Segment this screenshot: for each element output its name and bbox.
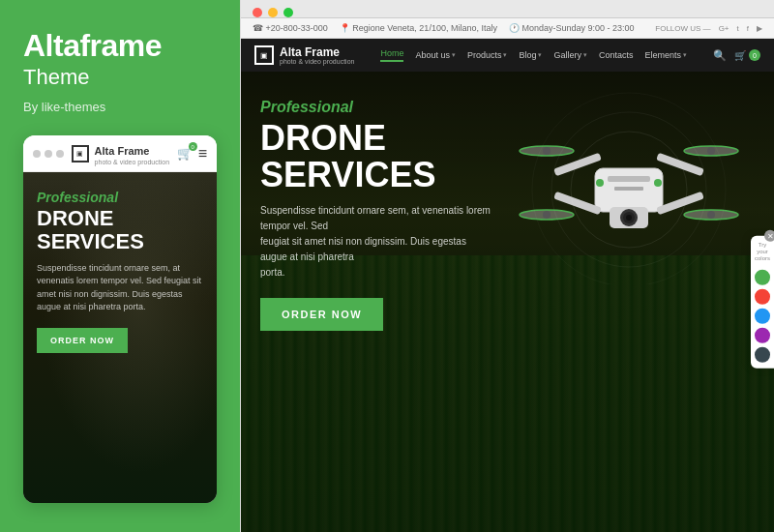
mobile-hero-content: Professional DRONE SERVICES Suspendisse … <box>37 190 203 352</box>
theme-title: Altaframe <box>23 29 217 63</box>
nav-item-products[interactable]: Products ▾ <box>467 50 508 60</box>
site-desc-line1: Suspendisse tincidunt ornare sem, at ven… <box>260 205 491 231</box>
svg-point-12 <box>707 147 715 155</box>
mobile-logo-sub: photo & video production <box>95 159 169 165</box>
site-desc-line2: feugiat sit amet nisi non dignissim. Dui… <box>260 236 466 262</box>
swatch-purple[interactable] <box>755 327 770 342</box>
svg-point-16 <box>707 211 715 219</box>
site-description: Suspendisse tincidunt ornare sem, at ven… <box>260 203 492 281</box>
site-logo-main: Alta Frame <box>280 46 354 58</box>
mobile-logo-wrap: Alta Frame photo & video production <box>95 141 169 165</box>
drone-svg <box>503 91 755 284</box>
site-nav-logo: ▣ Alta Frame photo & video production <box>254 45 354 65</box>
mobile-logo-icon: ▣ <box>72 145 89 163</box>
svg-rect-5 <box>553 153 602 177</box>
nav-item-elements[interactable]: Elements ▾ <box>645 50 688 60</box>
swatch-blue[interactable] <box>755 308 770 323</box>
swatches-close-button[interactable]: ✕ <box>764 230 774 242</box>
drone-illustration <box>503 91 755 284</box>
nav-item-blog[interactable]: Blog ▾ <box>519 50 542 60</box>
mobile-hero: Professional DRONE SERVICES Suspendisse … <box>23 172 217 503</box>
mobile-description: Suspendisse tincidunt ornare sem, at ven… <box>37 262 203 314</box>
mobile-drone-line1: DRONE <box>37 207 203 230</box>
cart-badge: 0 <box>749 49 760 61</box>
website-preview: ☎ +20-800-33-000 📍 Regione Veneta, 21/10… <box>241 18 774 532</box>
google-plus-icon[interactable]: G+ <box>719 24 729 33</box>
mobile-cart-badge: 0 <box>189 142 197 151</box>
svg-rect-18 <box>614 187 643 191</box>
mobile-dots <box>33 150 64 158</box>
svg-point-4 <box>626 215 632 221</box>
svg-point-14 <box>543 211 551 219</box>
theme-subtitle: Theme <box>23 65 217 90</box>
swatch-green[interactable] <box>755 269 770 284</box>
social-icon-3[interactable]: ▶ <box>757 24 762 33</box>
svg-point-19 <box>596 179 604 187</box>
search-icon[interactable]: 🔍 <box>713 49 727 62</box>
mobile-drone-title: DRONE SERVICES <box>37 207 203 253</box>
site-address: 📍 Regione Veneta, 21/100, Milano, Italy <box>340 23 497 33</box>
nav-item-gallery[interactable]: Gallery ▾ <box>553 50 587 60</box>
site-logo-text-wrap: Alta Frame photo & video production <box>280 46 354 65</box>
mobile-logo-row: ▣ Alta Frame photo & video production <box>72 141 169 165</box>
social-icon-2[interactable]: f <box>747 24 749 33</box>
swatch-dark[interactable] <box>755 346 770 362</box>
site-hero: Professional DRONE SERVICES Suspendisse … <box>241 72 774 532</box>
site-hours: 🕐 Monday-Sunday 9:00 - 23:00 <box>509 23 635 33</box>
site-topbar-left: ☎ +20-800-33-000 📍 Regione Veneta, 21/10… <box>253 23 635 33</box>
site-nav: ▣ Alta Frame photo & video production Ho… <box>241 39 774 72</box>
cart-button[interactable]: 🛒 0 <box>734 49 760 61</box>
right-panel: ☎ +20-800-33-000 📍 Regione Veneta, 21/10… <box>240 0 774 532</box>
mobile-nav-icons: 🛒 0 ≡ <box>177 145 207 163</box>
mobile-cart-icon[interactable]: 🛒 0 <box>177 146 193 161</box>
mobile-logo-text: Alta Frame <box>95 145 150 157</box>
nav-item-home[interactable]: Home <box>380 48 403 62</box>
browser-dot-green[interactable] <box>283 8 293 17</box>
site-phone: ☎ +20-800-33-000 <box>253 23 328 33</box>
mobile-dot-3 <box>56 150 64 158</box>
svg-rect-17 <box>608 176 650 182</box>
svg-point-10 <box>543 147 551 155</box>
color-swatches-panel: ✕ Tryyourcol​ors <box>751 236 774 369</box>
mobile-dot-1 <box>33 150 41 158</box>
mobile-drone-line2: SERVICES <box>37 230 203 253</box>
svg-point-20 <box>654 179 662 187</box>
nav-item-contacts[interactable]: Contacts <box>599 50 634 60</box>
site-topbar: ☎ +20-800-33-000 📍 Regione Veneta, 21/10… <box>241 18 774 39</box>
site-follow-label: FOLLOW US — <box>655 24 710 33</box>
mobile-order-button[interactable]: ORDER NOW <box>37 328 128 353</box>
mobile-top-bar: ▣ Alta Frame photo & video production 🛒 … <box>23 135 217 172</box>
browser-dot-yellow[interactable] <box>268 8 278 17</box>
site-order-button[interactable]: ORDER NOW <box>260 298 383 331</box>
site-desc-line3: porta. <box>260 267 285 278</box>
mobile-dot-2 <box>45 150 52 158</box>
browser-dot-red[interactable] <box>253 8 262 17</box>
swatch-red[interactable] <box>755 288 770 304</box>
theme-by: By like-themes <box>23 100 217 114</box>
svg-rect-6 <box>656 153 704 177</box>
site-nav-right: 🔍 🛒 0 <box>713 49 760 62</box>
left-panel: Altaframe Theme By like-themes ▣ Alta Fr… <box>0 0 240 532</box>
site-topbar-right: FOLLOW US — G+ t f ▶ <box>655 24 762 33</box>
site-nav-menu: Home About us ▾ Products ▾ Blog ▾ Galler… <box>380 48 687 62</box>
social-icon-1[interactable]: t <box>737 24 739 33</box>
mobile-mockup: ▣ Alta Frame photo & video production 🛒 … <box>23 135 217 503</box>
mobile-hamburger-button[interactable]: ≡ <box>198 145 207 163</box>
site-logo-sub: photo & video production <box>280 58 354 65</box>
mobile-professional-label: Professional <box>37 190 203 205</box>
site-logo-icon: ▣ <box>254 45 274 65</box>
swatches-label: Tryyourcol​ors <box>755 242 770 263</box>
nav-item-about[interactable]: About us ▾ <box>415 50 456 60</box>
browser-chrome <box>241 0 774 18</box>
